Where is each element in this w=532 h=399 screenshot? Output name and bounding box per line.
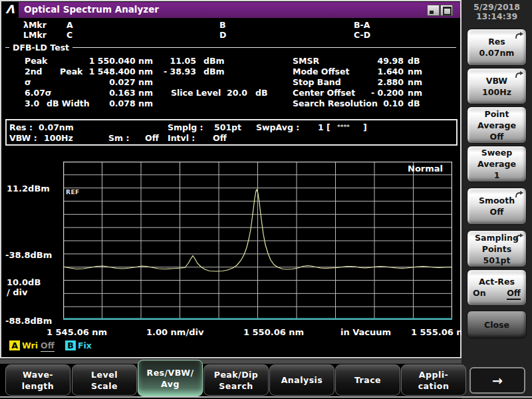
anritsu-logo-icon: Λ — [1, 1, 19, 18]
measurement-text: nm — [408, 77, 422, 87]
softkey-label: 100Hz — [482, 86, 511, 98]
function-key-bar: Wave-lengthLevelScaleRes/VBW/AvgPeak/Dip… — [0, 359, 462, 399]
softkey-sampling-points[interactable]: SamplingPoints501pt — [467, 230, 527, 267]
measurement-text: 11.05 — [158, 56, 196, 66]
fkey-res-vbw-avg[interactable]: Res/VBW/Avg — [138, 360, 203, 396]
memory-title: DFB-LD Test — [5, 43, 456, 53]
marker-row-label: λMkr — [23, 20, 47, 30]
function-key-label: Search — [219, 380, 253, 392]
fkey-trace[interactable]: Trace — [335, 364, 400, 396]
sweep-settings-readout: Res :0.07nmSmplg :501ptSwpAvg :1 [****]V… — [5, 119, 458, 146]
softkey-act-res[interactable]: Act-ResOnOff — [467, 269, 527, 306]
window-titlebar: Λ Optical Spectrum Analyzer — [1, 2, 460, 18]
date-label: 5/29/2018 — [462, 3, 532, 12]
measurement-text: dBm — [203, 66, 225, 76]
softkey-label: Average — [477, 158, 516, 170]
measurement-text: Stop Band — [293, 77, 341, 87]
measurement-text: nm — [408, 88, 422, 98]
spectrum-grid-and-trace — [63, 162, 452, 320]
submenu-arrow-icon — [515, 233, 523, 241]
measurement-text: dBm — [203, 56, 225, 66]
fkey-analysis[interactable]: Analysis — [269, 364, 334, 396]
trace-mode-label: Normal — [408, 164, 443, 174]
function-key-label: cation — [418, 380, 450, 392]
softkey-label: Off — [490, 206, 504, 217]
fkey-peak-dip-search[interactable]: Peak/DipSearch — [203, 364, 269, 396]
softkey-label: Points — [482, 243, 511, 255]
measurement-text: - 0.200 — [346, 88, 404, 98]
separator-line — [5, 47, 456, 48]
softkey-res[interactable]: Res0.07nm — [467, 29, 527, 66]
fkey-wavelength[interactable]: Wave-length — [5, 364, 70, 396]
fkey-application[interactable]: Appli-cation — [401, 364, 466, 396]
trace-b-badge: B — [65, 340, 76, 350]
test-title-label: DFB-LD Test — [9, 43, 72, 53]
marker-b-a: B-A — [354, 20, 370, 30]
setting-text: Sm : — [108, 133, 129, 143]
minimize-button[interactable] — [427, 5, 440, 16]
softkey-vbw[interactable]: VBW100Hz — [467, 68, 527, 104]
marker-c-d: C-D — [354, 30, 370, 40]
measurement-text: 20.0 — [227, 88, 247, 98]
setting-text: Intvl : — [168, 133, 195, 143]
measurement-text: 0.027 nm — [78, 77, 153, 87]
measurement-text: 3.0 — [25, 98, 39, 108]
measurement-text: 1 548.400 nm — [78, 66, 153, 76]
softkey-point-average[interactable]: PointAverageOff — [467, 106, 527, 144]
wavelength-axis-label: in Vacuum — [340, 327, 391, 337]
measurement-text: SMSR — [293, 56, 319, 66]
function-key-label: Res/VBW/ — [147, 367, 194, 378]
setting-text: Res : — [9, 122, 33, 132]
off-option-selected[interactable]: Off — [507, 287, 521, 300]
measurement-text: 0.10 — [346, 98, 404, 108]
screen-bezel — [0, 359, 462, 364]
function-key-label: Analysis — [281, 374, 323, 386]
fkey-level-scale[interactable]: LevelScale — [72, 364, 137, 396]
function-key-label: Avg — [161, 378, 180, 390]
measurement-text: 0.078 nm — [78, 98, 153, 108]
level-axis-label: 11.2dBm — [7, 184, 50, 194]
function-key-label: Trace — [354, 374, 381, 386]
wavelength-axis-label: 1.00 nm/div — [146, 327, 203, 337]
function-key-label: Scale — [91, 380, 118, 392]
softkey-label: Off — [490, 131, 504, 142]
function-key-label: Appli- — [419, 369, 448, 380]
marker-row-label: LMkr — [23, 30, 47, 40]
marker-a: A — [66, 20, 73, 30]
setting-text: 100Hz — [44, 133, 73, 143]
softkey-label: Close — [484, 319, 509, 331]
measurement-text: 1 550.040 nm — [78, 56, 153, 66]
setting-text: Smplg : — [168, 122, 203, 132]
softkey-sweep-average[interactable]: SweepAverage1 — [467, 146, 527, 182]
setting-text: 1 [ — [318, 122, 331, 132]
softkey-panel: 5/29/2018 13:14:39 Res0.07nmVBW100HzPoin… — [462, 0, 532, 399]
measurement-text: Slice Level — [171, 88, 221, 98]
submenu-arrow-icon — [515, 31, 523, 39]
setting-text: ] — [363, 122, 367, 132]
maximize-button[interactable] — [440, 5, 453, 16]
softkey-label: VBW — [486, 75, 507, 86]
on-option[interactable]: On — [473, 287, 486, 300]
minimize-icon — [430, 11, 434, 14]
softkey-close[interactable]: Close — [467, 311, 527, 338]
wavelength-axis-label: 1 545.06 nm — [47, 327, 107, 337]
marker-c: C — [66, 30, 72, 40]
setting-text: Off — [213, 133, 227, 143]
softkey-label: Smooth — [479, 195, 515, 206]
softkey-smooth[interactable]: SmoothOff — [467, 188, 527, 225]
softkey-label: Sampling — [475, 232, 519, 243]
softkey-label: Average — [477, 120, 516, 131]
menu-next-button[interactable]: → — [469, 367, 525, 394]
measurement-text: dB — [408, 56, 420, 66]
measurement-text: Mode Offset — [293, 66, 349, 76]
ref-level-label: REF — [66, 189, 80, 196]
measurement-text: dB — [408, 98, 420, 108]
function-key-label: Peak/Dip — [214, 369, 259, 380]
measurement-text: 0.163 nm — [78, 88, 153, 98]
function-key-label: Wave- — [23, 369, 53, 380]
setting-text: VBW : — [9, 133, 37, 143]
on-off-toggle: OnOff — [473, 287, 521, 300]
maximize-icon — [443, 7, 452, 15]
measurement-text: 6.07σ — [25, 88, 52, 98]
softkey-label: 0.07nm — [479, 47, 515, 59]
